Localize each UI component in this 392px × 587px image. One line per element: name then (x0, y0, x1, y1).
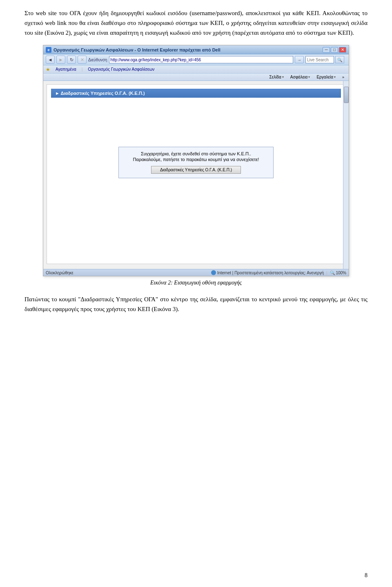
security-zone: Internet | Προστατευμένη κατάσταση λειτο… (211, 270, 324, 275)
status-done-text: Ολοκληρώθηκε (46, 271, 74, 275)
ie-nav-toolbar: ◄ ► ↻ ✕ Διεύθυνση → 🔍 (43, 54, 349, 65)
menu-tools-chevron-icon: ▾ (334, 75, 336, 79)
zone-icon (211, 270, 216, 275)
maximize-button[interactable]: □ (331, 47, 338, 53)
ie-content-area: ► Διαδραστικές Υπηρεσίες Ο.Γ.Α. (Κ.Ε.Π.)… (43, 81, 349, 269)
paragraph-1: Στο web site του ΟΓΑ έχουν ήδη δημιουργη… (24, 8, 368, 38)
ie-menu-bar: Σελίδα ▾ Ασφάλεια ▾ Εργαλεία ▾ » (43, 74, 349, 81)
zoom-value: 100% (336, 271, 346, 275)
menu-tools-label: Εργαλεία (316, 75, 333, 79)
menu-security[interactable]: Ασφάλεια ▾ (288, 74, 312, 80)
statusbar-left: Ολοκληρώθηκε (46, 271, 74, 275)
back-button[interactable]: ◄ (46, 56, 55, 64)
scrollbar-thumb[interactable] (344, 87, 349, 103)
ie-titlebar-controls[interactable]: ─ □ ✕ (323, 47, 346, 53)
bookmark-oga-link[interactable]: Οργανισμός Γεωργικών Ασφαλίσεων (86, 66, 156, 72)
page-number: 8 (365, 572, 368, 579)
zone-text: Internet | Προστατευμένη κατάσταση λειτο… (217, 271, 324, 275)
message-line-2: Παρακαλούμε, πατήστε το παρακάτω κουμπί … (125, 157, 267, 162)
ie-window-title: Οργανισμός Γεωργικών Ασφαλίσεων - Ο Inte… (53, 47, 220, 52)
minimize-button[interactable]: ─ (323, 47, 330, 53)
zoom-level: 🔍 100% (330, 271, 346, 275)
stop-button[interactable]: ✕ (78, 56, 87, 64)
page-section-header: ► Διαδραστικές Υπηρεσίες Ο.Γ.Α. (Κ.Ε.Π.) (51, 89, 341, 98)
forward-button[interactable]: ► (56, 56, 65, 64)
close-button[interactable]: ✕ (339, 47, 346, 53)
address-bar: Διεύθυνση → (88, 56, 304, 63)
menu-tools[interactable]: Εργαλεία ▾ (314, 74, 338, 80)
menu-more-button[interactable]: » (340, 75, 346, 80)
search-area: 🔍 (305, 56, 346, 63)
ie-page-inner: ► Διαδραστικές Υπηρεσίες Ο.Γ.Α. (Κ.Ε.Π.)… (47, 84, 345, 264)
message-line-1: Συγχαρητήρια, έχετε συνδεθεί στο σύστημα… (125, 151, 267, 156)
menu-security-label: Ασφάλεια (290, 75, 308, 79)
favorites-star-icon: ★ (46, 67, 50, 72)
ie-statusbar: Ολοκληρώθηκε Internet | Προστατευμένη κα… (43, 269, 349, 276)
statusbar-divider-icon: | (326, 271, 327, 275)
ie-bookmarks-bar: ★ Αγαπημένα | Οργανισμός Γεωργικών Ασφαλ… (43, 65, 349, 74)
address-input[interactable] (109, 56, 293, 63)
address-label: Διεύθυνση (88, 58, 107, 62)
search-input[interactable] (305, 56, 334, 63)
ie-logo-icon: e (46, 47, 51, 53)
statusbar-right: Internet | Προστατευμένη κατάσταση λειτο… (211, 270, 346, 275)
page-header-text: ► (55, 91, 61, 96)
go-button[interactable]: → (295, 56, 304, 63)
refresh-button[interactable]: ↻ (67, 56, 76, 64)
scrollbar[interactable] (343, 81, 349, 269)
figure-caption: Εικόνα 2: Εισαγωγική οθόνη εφαρμογής (24, 280, 368, 286)
favorites-label[interactable]: Αγαπημένα (53, 66, 78, 72)
browser-screenshot: e Οργανισμός Γεωργικών Ασφαλίσεων - Ο In… (43, 45, 349, 276)
divider-1: | (82, 67, 83, 72)
page-header-label: Διαδραστικές Υπηρεσίες Ο.Γ.Α. (Κ.Ε.Π.) (61, 91, 145, 96)
search-button[interactable]: 🔍 (335, 56, 344, 63)
success-message-box: Συγχαρητήρια, έχετε συνδεθεί στο σύστημα… (118, 147, 274, 178)
action-button[interactable]: Διαδραστικές Υπηρεσίες Ο.Γ.Α. (Κ.Ε.Π.) (151, 166, 241, 174)
menu-page-label: Σελίδα (270, 75, 281, 79)
menu-page[interactable]: Σελίδα ▾ (267, 74, 286, 80)
ie-titlebar-left: e Οργανισμός Γεωργικών Ασφαλίσεων - Ο In… (46, 47, 220, 53)
paragraph-2: Πατώντας το κουμπί "Διαδραστικές Υπηρεσί… (24, 294, 368, 314)
menu-page-chevron-icon: ▾ (282, 75, 284, 79)
ie-titlebar: e Οργανισμός Γεωργικών Ασφαλίσεων - Ο In… (43, 45, 349, 54)
menu-security-chevron-icon: ▾ (308, 75, 310, 79)
